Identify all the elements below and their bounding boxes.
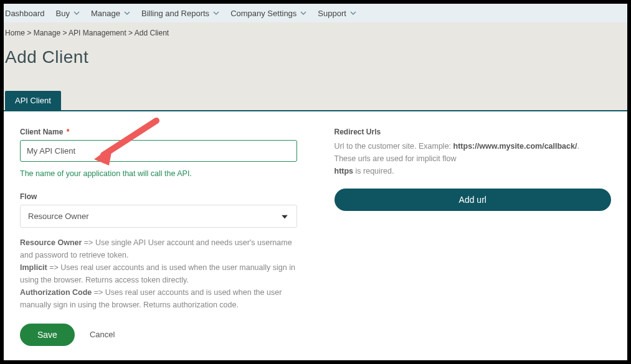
flow-ac-bold: Authorization Code (20, 288, 92, 297)
add-url-button[interactable]: Add url (334, 189, 612, 211)
nav-support[interactable]: Support (318, 9, 356, 18)
top-nav: Dashboard Buy Manage Billing and Reports… (4, 4, 627, 22)
redirect-line3b: is required. (353, 167, 394, 175)
cancel-button[interactable]: Cancel (90, 330, 115, 339)
nav-support-label: Support (318, 9, 346, 18)
nav-billing[interactable]: Billing and Reports (141, 9, 219, 18)
page-title: Add Client (5, 47, 626, 67)
redirect-line1b: https://www.mysite.com/callback/ (453, 142, 577, 151)
flow-im-text: => Uses real user accounts and is used w… (20, 263, 295, 284)
nav-buy[interactable]: Buy (56, 9, 80, 18)
client-name-help: The name of your application that will c… (20, 168, 297, 180)
nav-buy-label: Buy (56, 9, 70, 18)
redirect-urls-help: Url to the customer site. Example: https… (334, 140, 612, 177)
client-name-label-text: Client Name (20, 128, 63, 136)
required-mark: * (67, 128, 70, 136)
redirect-line2: These urls are used for implicit flow (334, 154, 457, 163)
redirect-line3a: https (334, 167, 354, 175)
nav-manage-label: Manage (91, 9, 120, 18)
redirect-line1a: Url to the customer site. Example: (334, 142, 453, 151)
flow-selected-value: Resource Owner (21, 205, 297, 227)
redirect-urls-label: Redirect Urls (334, 128, 612, 136)
nav-manage[interactable]: Manage (91, 9, 130, 18)
redirect-line1c: . (577, 142, 579, 151)
chevron-down-icon (350, 10, 356, 16)
header: Home > Manage > API Management > Add Cli… (4, 22, 627, 110)
flow-select[interactable]: Resource Owner (20, 205, 297, 228)
chevron-down-icon (300, 10, 306, 16)
nav-billing-label: Billing and Reports (141, 9, 209, 18)
save-button[interactable]: Save (20, 324, 75, 346)
flow-ro-bold: Resource Owner (20, 238, 82, 247)
chevron-down-icon (124, 10, 130, 16)
flow-im-bold: Implicit (20, 263, 47, 272)
nav-dashboard-label: Dashboard (5, 9, 45, 18)
nav-company-label: Company Settings (230, 9, 297, 18)
client-name-label: Client Name * (20, 128, 297, 136)
chevron-down-icon (74, 10, 80, 16)
nav-dashboard[interactable]: Dashboard (5, 9, 45, 18)
client-name-input[interactable] (20, 140, 297, 162)
tab-api-client[interactable]: API Client (5, 91, 61, 110)
caret-down-icon (282, 212, 288, 221)
breadcrumb[interactable]: Home > Manage > API Management > Add Cli… (5, 29, 626, 37)
flow-description: Resource Owner => Use single API User ac… (20, 236, 297, 311)
flow-label: Flow (20, 192, 297, 201)
chevron-down-icon (213, 10, 219, 16)
nav-company[interactable]: Company Settings (230, 9, 306, 18)
